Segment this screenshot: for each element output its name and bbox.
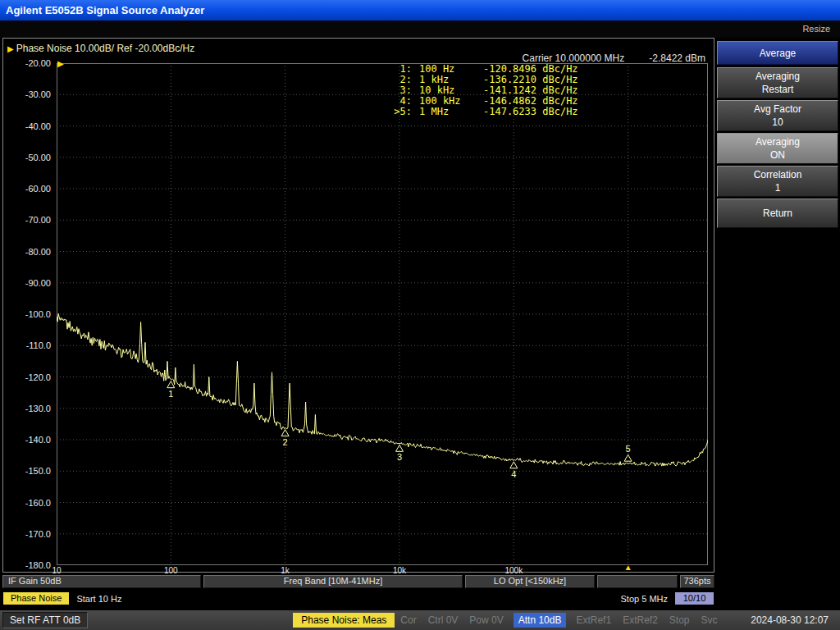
x-axis-tick-label: 1k [281,566,290,575]
y-axis-tick-label: -20.00 [25,58,51,68]
datetime: 2024-08-30 12:07 [751,614,829,626]
softkey-menu-title: Average [717,41,838,65]
points-field: 736pts [680,575,714,588]
y-axis-tick-label: -30.00 [25,89,51,99]
average-count-badge: 10/10 [675,592,714,605]
indicator-svc: Svc [701,614,718,626]
graph-panel: ▶Phase Noise 10.00dB/ Ref -20.00dBc/Hz C… [2,38,714,573]
softkey-averaging-on[interactable]: AveragingON [717,133,838,164]
window-title: Agilent E5052B Signal Source Analyzer [6,4,204,16]
indicator-attn-10db: Attn 10dB [514,613,567,628]
trace-arrow-icon: ▶ [7,44,14,53]
softkey-correlation-1[interactable]: Correlation1 [717,166,838,197]
y-axis-tick-label: -140.0 [25,435,51,445]
x-axis-tick-label: 10k [393,566,406,575]
y-axis-tick-label: -100.0 [25,309,51,319]
y-axis-tick-label: -150.0 [25,466,51,476]
if-gain-field: IF Gain 50dB [2,575,201,588]
svg-text:2: 2 [283,437,288,447]
y-axis-tick-label: -110.0 [26,340,51,350]
y-axis-tick-label: -80.00 [25,247,51,257]
indicator-stop: Stop [669,614,690,626]
y-axis-tick-label: -170.0 [25,529,51,539]
indicator-extref2: ExtRef2 [623,614,658,626]
carrier-readout: Carrier 10.000000 MHz-2.8422 dBm [523,52,705,64]
svg-text:5: 5 [626,444,631,454]
indicator-cor: Cor [400,614,416,626]
status-indicators: CorCtrl 0VPow 0VAttn 10dBExtRef1ExtRef2S… [395,613,723,628]
softkey-return[interactable]: Return [717,199,838,228]
x-axis-tick-label: 100k [504,566,523,575]
indicator-extref1: ExtRef1 [576,614,611,626]
y-axis-tick-label: -180.0 [25,560,51,570]
x-axis-tick-label: 100 [164,566,178,575]
svg-text:4: 4 [511,469,516,479]
y-axis-tick-label: -40.00 [25,121,51,131]
softkey-menu: Average AveragingRestartAvg Factor10Aver… [717,41,838,230]
sweep-range-bar: Phase Noise Start 10 Hz Stop 5 MHz 10/10 [2,591,714,605]
ref-level-arrow-icon: ▶ [57,59,64,68]
resize-control[interactable]: Resize [802,24,830,34]
indicator-pow-0v: Pow 0V [469,614,503,626]
lo-opt-field: LO Opt [<150kHz] [465,575,595,588]
y-axis-tick-label: -160.0 [25,498,51,508]
system-status-bar: Set RF ATT 0dB Phase Noise: Meas CorCtrl… [0,610,840,630]
active-marker-axis-arrow-icon[interactable]: ▲ [624,563,632,572]
y-axis-tick-label: -90.00 [25,278,51,288]
y-axis-tick-label: -50.00 [25,153,51,162]
spare-field [597,575,678,588]
y-axis-tick-label: -120.0 [25,372,51,382]
indicator-ctrl-0v: Ctrl 0V [428,614,459,626]
svg-text:3: 3 [397,452,402,462]
marker-row: >5:1 MHz-147.6233 dBc/Hz [389,107,578,117]
carrier-frequency: Carrier 10.000000 MHz [523,52,625,64]
measurement-status-badge: Phase Noise: Meas [293,613,395,628]
trace-scale-label: Phase Noise 10.00dB/ Ref -20.00dBc/Hz [16,43,194,54]
softkey-buttons: AveragingRestartAvg Factor10AveragingONC… [717,67,838,228]
marker-table: 1:100 Hz-120.8496 dBc/Hz2:1 kHz-136.2210… [389,64,578,117]
phase-noise-plot: 12345 [57,63,708,565]
y-axis-tick-label: -70.00 [25,215,51,225]
svg-text:1: 1 [168,389,173,399]
y-axis-tick-label: -130.0 [25,404,51,413]
x-axis-tick-label: 10 [52,566,61,575]
y-axis-tick-label: -60.00 [25,184,51,194]
softkey-averaging-restart[interactable]: AveragingRestart [717,67,838,98]
measurement-info-bar: IF Gain 50dB Freq Band [10M-41MHz] LO Op… [2,575,714,588]
app-window: Agilent E5052B Signal Source Analyzer Re… [0,0,840,630]
menu-strip: Resize [0,21,840,38]
carrier-power: -2.8422 dBm [649,52,705,64]
softkey-avg-factor-10[interactable]: Avg Factor10 [717,100,838,131]
trace-type-badge: Phase Noise [3,592,69,605]
plot-area: 12345 ▶ [57,63,708,565]
freq-band-field: Freq Band [10M-41MHz] [203,575,463,588]
sweep-stop-label: Stop 5 MHz [621,594,668,604]
system-message: Set RF ATT 0dB [2,612,88,628]
title-bar: Agilent E5052B Signal Source Analyzer [0,0,840,21]
trace-scale-header: ▶Phase Noise 10.00dB/ Ref -20.00dBc/Hz [7,43,194,54]
sweep-start-label: Start 10 Hz [76,594,121,604]
y-axis: -20.00-30.00-40.00-50.00-60.00-70.00-80.… [3,63,53,565]
